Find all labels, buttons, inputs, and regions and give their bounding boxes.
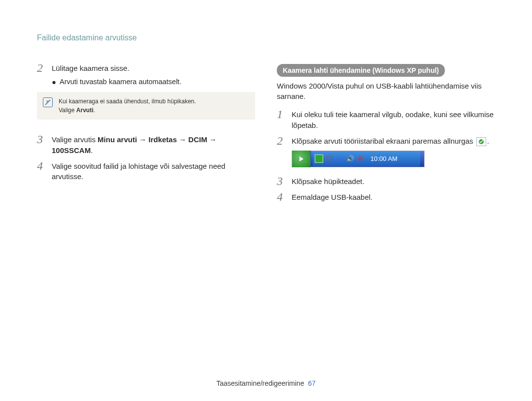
note-box: Kui kaameraga ei saada ühendust, ilmub h… <box>37 92 255 120</box>
step-text: Valige soovitud failid ja lohistage või … <box>52 160 255 183</box>
left-step-4: 4 Valige soovitud failid ja lohistage võ… <box>37 160 255 183</box>
step3-p2: Irdketas <box>148 135 177 144</box>
tray-network-icon: 🖥 <box>335 154 344 163</box>
step-text: Klõpsake hüpikteadet. <box>292 175 365 187</box>
bullet-dot-icon: ● <box>52 78 60 86</box>
step-text: Valige arvutis Minu arvuti → Irdketas → … <box>52 133 255 156</box>
right-step-3: 3 Klõpsake hüpikteadet. <box>277 175 495 187</box>
right-step-4: 4 Eemaldage USB-kaabel. <box>277 191 495 203</box>
arrow-right-icon: → <box>179 134 186 145</box>
left-step-3: 3 Valige arvutis Minu arvuti → Irdketas … <box>37 133 255 156</box>
left-column: 2 Lülitage kaamera sisse. ● Arvuti tuvas… <box>37 33 255 207</box>
arrow-right-icon: → <box>209 134 217 145</box>
page-footer: Taasesitamine/redigeerimine 67 <box>0 379 532 387</box>
page-body: 2 Lülitage kaamera sisse. ● Arvuti tuvas… <box>0 0 532 207</box>
tray-volume-icon: 🔊 <box>346 154 354 163</box>
taskbar: 🛡 🖥 🔊 ⚙ 10:00 AM <box>292 151 425 167</box>
step2-text-a: Klõpsake arvuti tööriistaribal ekraani p… <box>292 137 473 145</box>
tray-device-icon: ⚙ <box>356 154 365 163</box>
step3-period: . <box>91 146 93 154</box>
step3-p4: 100SSCAM <box>52 146 91 154</box>
note-line-2-prefix: Valige <box>59 107 76 114</box>
right-column: Kaamera lahti ühendamine (Windows XP puh… <box>277 33 495 207</box>
right-step-1: 1 Kui oleku tuli teie kaameral vilgub, o… <box>277 108 495 131</box>
tray-safe-remove-icon <box>315 154 323 163</box>
step-number: 3 <box>277 175 292 187</box>
system-tray: 🛡 🖥 🔊 ⚙ 10:00 AM <box>313 152 420 166</box>
step-text: Klõpsake arvuti tööriistaribal ekraani p… <box>292 135 489 147</box>
step-number: 1 <box>277 108 292 120</box>
tray-clock: 10:00 AM <box>370 155 398 162</box>
bullet-text: Arvuti tuvastab kaamera automaatselt. <box>60 78 181 86</box>
safe-remove-icon <box>476 137 486 146</box>
left-bullet: ● Arvuti tuvastab kaamera automaatselt. <box>52 78 255 86</box>
right-intro: Windows 2000/Vista puhul on USB-kaabli l… <box>277 80 495 101</box>
tray-shield-icon: 🛡 <box>325 154 333 163</box>
step-text: Kui oleku tuli teie kaameral vilgub, ood… <box>292 108 495 131</box>
step-number: 4 <box>277 191 292 203</box>
step3-prefix: Valige arvutis <box>52 135 98 144</box>
step-number: 2 <box>277 135 292 147</box>
note-icon <box>43 97 53 107</box>
section-pill: Kaamera lahti ühendamine (Windows XP puh… <box>277 64 445 77</box>
footer-page-number: 67 <box>308 379 316 387</box>
step-number: 2 <box>37 62 52 74</box>
right-step-2: 2 Klõpsake arvuti tööriistaribal ekraani… <box>277 135 495 147</box>
step3-p1: Minu arvuti <box>98 135 137 144</box>
step-number: 3 <box>37 133 52 145</box>
note-text: Kui kaameraga ei saada ühendust, ilmub h… <box>59 97 196 115</box>
left-step-2: 2 Lülitage kaamera sisse. <box>37 62 255 74</box>
page-header: Failide edastamine arvutisse <box>37 33 137 42</box>
note-period: . <box>93 107 95 114</box>
step3-p3: DCIM <box>188 135 207 144</box>
note-line-1: Kui kaameraga ei saada ühendust, ilmub h… <box>59 98 196 105</box>
note-line-2-bold: Arvuti <box>76 107 94 114</box>
step-number: 4 <box>37 160 52 172</box>
step2-text-b: . <box>487 137 489 145</box>
start-button-icon <box>292 151 311 167</box>
footer-section: Taasesitamine/redigeerimine <box>216 379 304 387</box>
step-text: Eemaldage USB-kaabel. <box>292 191 372 203</box>
step-text: Lülitage kaamera sisse. <box>52 62 130 74</box>
arrow-right-icon: → <box>139 134 146 145</box>
